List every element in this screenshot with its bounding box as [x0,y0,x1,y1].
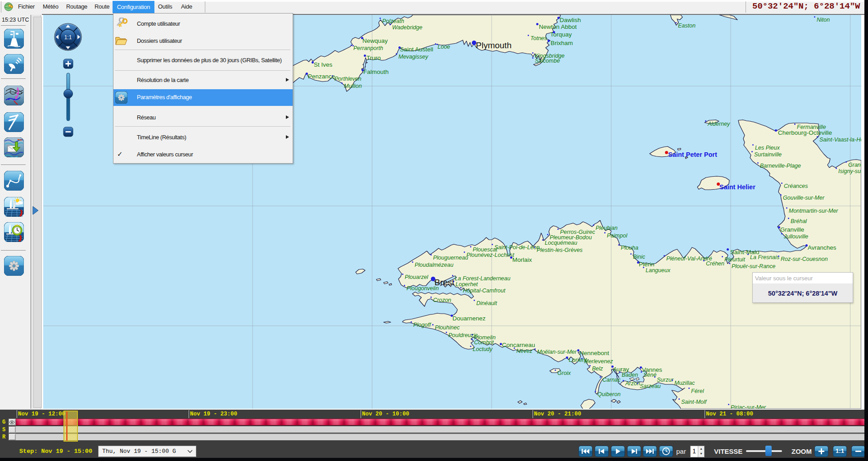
svg-text:1:1: 1:1 [64,34,72,41]
